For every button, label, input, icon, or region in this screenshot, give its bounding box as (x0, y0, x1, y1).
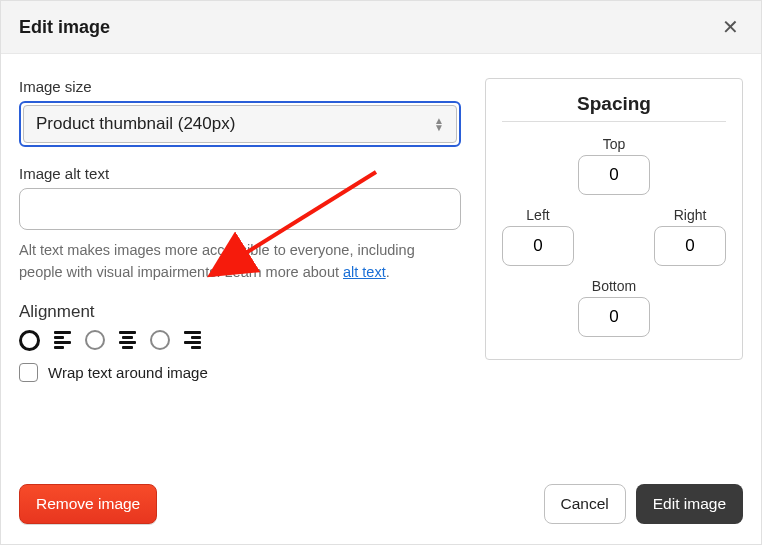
align-right-icon (184, 331, 201, 349)
image-size-label: Image size (19, 78, 461, 95)
dialog-header: Edit image ✕ (1, 1, 761, 54)
alignment-options (19, 330, 461, 351)
cancel-button[interactable]: Cancel (544, 484, 626, 524)
wrap-text-checkbox[interactable] (19, 363, 38, 382)
alt-text-learn-more-link[interactable]: alt text (343, 264, 386, 280)
alt-text-input[interactable] (19, 188, 461, 230)
alignment-label: Alignment (19, 302, 461, 322)
spacing-bottom-label: Bottom (592, 278, 636, 294)
align-center-icon (119, 331, 136, 349)
dialog-footer: Remove image Cancel Edit image (1, 468, 761, 544)
spacing-right-label: Right (674, 207, 707, 223)
remove-image-button[interactable]: Remove image (19, 484, 157, 524)
spacing-left-label: Left (526, 207, 549, 223)
edit-image-button[interactable]: Edit image (636, 484, 743, 524)
align-left-radio[interactable] (19, 330, 40, 351)
align-center-radio[interactable] (85, 330, 105, 350)
align-left-icon (54, 331, 71, 349)
image-size-value: Product thumbnail (240px) (36, 114, 235, 134)
spacing-bottom-input[interactable] (578, 297, 650, 337)
spacing-panel: Spacing Top Left Right (485, 78, 743, 360)
spacing-top-label: Top (603, 136, 626, 152)
close-icon[interactable]: ✕ (718, 15, 743, 39)
spacing-top-input[interactable] (578, 155, 650, 195)
spacing-right-input[interactable] (654, 226, 726, 266)
align-right-radio[interactable] (150, 330, 170, 350)
dialog-title: Edit image (19, 17, 110, 38)
image-size-select[interactable]: Product thumbnail (240px) ▲▼ (19, 101, 461, 147)
alt-text-help: Alt text makes images more accessible to… (19, 240, 461, 284)
wrap-text-label: Wrap text around image (48, 364, 208, 381)
chevron-updown-icon: ▲▼ (434, 117, 444, 131)
spacing-title: Spacing (502, 93, 726, 121)
dialog-body: Image size Product thumbnail (240px) ▲▼ … (1, 54, 761, 382)
alt-text-label: Image alt text (19, 165, 461, 182)
spacing-left-input[interactable] (502, 226, 574, 266)
